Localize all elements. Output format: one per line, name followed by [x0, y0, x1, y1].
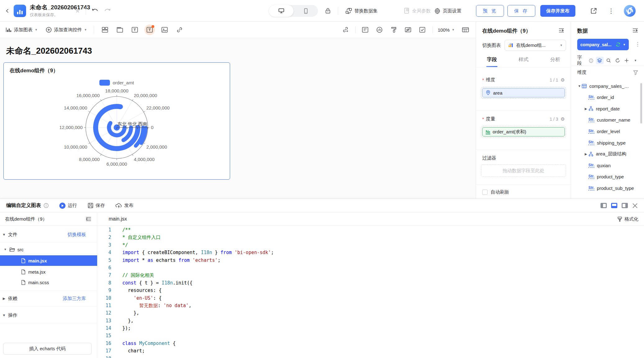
- code-line[interactable]: 2* 自定义组件入口: [97, 234, 644, 241]
- tree-caret-icon[interactable]: ▼: [578, 84, 582, 88]
- switch-template-link[interactable]: 切换模板: [67, 232, 86, 238]
- code-line[interactable]: 1/**: [97, 226, 644, 234]
- layout-left-panel-button[interactable]: [601, 203, 607, 208]
- search-icon[interactable]: [605, 57, 613, 64]
- tree-row-field[interactable]: Str.shipping_type: [571, 138, 641, 147]
- collapse-data-panel-icon[interactable]: [632, 28, 638, 33]
- ops-section-label[interactable]: 操作: [8, 312, 17, 318]
- page-settings-button[interactable]: 页面设置: [434, 0, 461, 22]
- folder-row-src[interactable]: ▼ src: [0, 245, 97, 254]
- back-button[interactable]: [5, 0, 10, 22]
- layout-right-panel-button[interactable]: [622, 203, 628, 208]
- code-editor[interactable]: 1/**2* 自定义组件入口3*/4import { createBICompo…: [97, 226, 644, 358]
- filter-dropzone[interactable]: 拖动数据字段至此处: [481, 164, 566, 177]
- layout-bottom-panel-button[interactable]: [611, 203, 617, 208]
- code-line[interactable]: 16class MyComponent {: [97, 340, 644, 347]
- share-button[interactable]: [590, 0, 597, 22]
- checklist-button[interactable]: [417, 25, 428, 35]
- image-widget-button[interactable]: [159, 25, 170, 35]
- text-widget-button[interactable]: [129, 25, 140, 35]
- chart-widget-card[interactable]: 东北华北西南02,000,0004,000,0006,000,0008,000,…: [3, 62, 230, 180]
- auto-refresh-checkbox[interactable]: [482, 190, 488, 195]
- run-button[interactable]: 运行: [59, 203, 77, 209]
- code-line[interactable]: 10 'en-US': {: [97, 294, 644, 302]
- deps-section-label[interactable]: 依赖: [8, 296, 17, 302]
- grid-view-button[interactable]: [460, 25, 471, 35]
- save-button[interactable]: 保 存: [507, 5, 535, 17]
- code-line[interactable]: 6: [97, 264, 644, 271]
- tab-analysis[interactable]: 分析: [539, 54, 571, 67]
- code-line[interactable]: 14});: [97, 324, 644, 332]
- favorite-star-icon[interactable]: ★: [75, 0, 81, 22]
- theme-brush-button[interactable]: [388, 25, 399, 35]
- save-publish-button[interactable]: 保存并发布: [540, 5, 575, 17]
- measure-dropzone[interactable]: № order_amt(求和): [481, 126, 566, 138]
- code-line[interactable]: 15: [97, 332, 644, 339]
- tab-container-button[interactable]: [115, 25, 125, 35]
- dimension-field-chip[interactable]: area: [482, 88, 565, 97]
- code-line[interactable]: 12 },: [97, 309, 644, 317]
- smart-link-button[interactable]: [340, 25, 351, 35]
- rich-text-button[interactable]: [144, 25, 155, 35]
- tree-row-field[interactable]: Str.order_level: [571, 127, 641, 136]
- code-line[interactable]: 5import * as echarts from 'echarts';: [97, 257, 644, 264]
- file-row[interactable]: main.scss: [0, 278, 97, 287]
- add-field-button[interactable]: [623, 57, 630, 64]
- file-row-selected[interactable]: main.jsx: [0, 255, 97, 266]
- insert-echarts-button[interactable]: 插入 echarts 代码: [3, 343, 92, 355]
- desktop-toggle[interactable]: [269, 5, 293, 17]
- redo-button[interactable]: [104, 0, 111, 22]
- refresh-icon[interactable]: [614, 57, 621, 64]
- link-widget-button[interactable]: [174, 25, 185, 35]
- publish-button[interactable]: 发布: [116, 203, 134, 208]
- tab-style[interactable]: 样式: [508, 54, 539, 67]
- close-icon[interactable]: [632, 203, 638, 208]
- lock-button[interactable]: [325, 0, 331, 22]
- file-row[interactable]: meta.jsx: [0, 267, 97, 276]
- tree-row-field[interactable]: Str.product_sub_type: [571, 183, 641, 193]
- code-line[interactable]: 18: [97, 355, 644, 358]
- dashboard-canvas[interactable]: 未命名_202602061743 东北华北西南02,000,0004,000,0…: [0, 38, 476, 199]
- add-chart-button[interactable]: 添加图表 ▼: [6, 27, 38, 33]
- code-line[interactable]: 13 },: [97, 317, 644, 324]
- undo-button[interactable]: [91, 0, 99, 22]
- add-query-control-button[interactable]: 添加查询控件 ▼: [46, 27, 87, 33]
- tree-row-field[interactable]: Str.order_id: [571, 93, 641, 102]
- outdent-icon[interactable]: [85, 217, 92, 222]
- chart-legend[interactable]: order_amt: [99, 80, 134, 86]
- tree-row-field[interactable]: Str.quxian: [571, 161, 641, 170]
- code-line[interactable]: 7// 国际化相关: [97, 271, 644, 279]
- measure-field-chip[interactable]: № order_amt(求和): [482, 127, 565, 136]
- switch-chart-dropdown[interactable]: 在线demo组... ▼: [505, 40, 566, 51]
- tree-row-field[interactable]: ▶report_date: [571, 104, 641, 113]
- measure-gear-icon[interactable]: ⚙: [561, 116, 565, 122]
- dataset-more-icon[interactable]: ⋮: [635, 41, 640, 47]
- mobile-toggle[interactable]: [293, 5, 318, 17]
- annotation-button[interactable]: [360, 25, 370, 35]
- dataset-selector-button[interactable]: company_sal... ▼: [577, 39, 629, 50]
- hide-preview-button[interactable]: [403, 25, 413, 35]
- funnel-icon[interactable]: [633, 70, 638, 75]
- more-menu-button[interactable]: ⋮: [608, 0, 614, 22]
- assistant-logo[interactable]: [623, 0, 637, 22]
- code-line[interactable]: 17 chart;: [97, 347, 644, 355]
- editor-save-button[interactable]: 保存: [88, 203, 105, 208]
- format-button[interactable]: 格式化: [617, 216, 638, 222]
- dimension-gear-icon[interactable]: ⚙: [561, 77, 565, 83]
- tree-row-table[interactable]: ▼company_sales_rec...: [571, 81, 641, 91]
- collapse-panel-icon[interactable]: [558, 28, 565, 33]
- dimension-dropzone[interactable]: area: [481, 87, 566, 99]
- tab-fields[interactable]: 字段: [476, 54, 508, 67]
- watermark-button[interactable]: [374, 25, 385, 35]
- global-params-button[interactable]: 全局参数: [404, 0, 431, 22]
- zoom-select[interactable]: 100% ▼: [438, 27, 455, 33]
- layers-view-button[interactable]: [596, 57, 604, 64]
- preview-button[interactable]: 预 览: [476, 5, 504, 17]
- tree-caret-icon[interactable]: ▶: [585, 107, 588, 110]
- tree-row-field[interactable]: ▶area_层级结构: [571, 150, 641, 159]
- code-line[interactable]: 8const { t } = I18n.init({: [97, 279, 644, 287]
- tab-main-jsx[interactable]: main.jsx: [109, 216, 127, 222]
- add-library-link[interactable]: 添加三方库: [63, 296, 86, 302]
- component-layout-button[interactable]: [100, 25, 110, 35]
- code-line[interactable]: 11 暂无数据: 'no data',: [97, 302, 644, 309]
